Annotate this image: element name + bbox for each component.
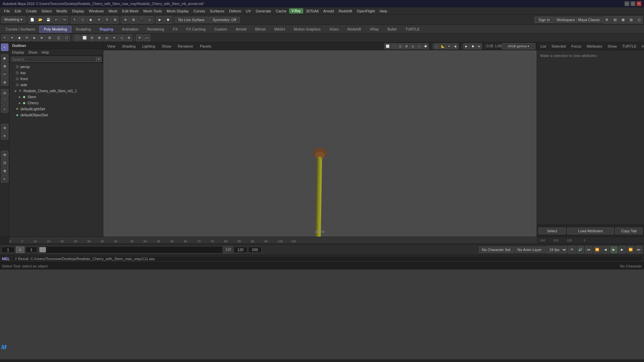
timeline-ruler[interactable]: 0 5 10 15 20 25 30 35 40 45 50 55 60 65 … (0, 237, 644, 244)
sign-in-btn[interactable]: Sign In (535, 17, 553, 23)
curve-snap-btn[interactable]: ⌒ (138, 16, 145, 23)
vp-display-btn3[interactable]: ◫ (397, 43, 403, 49)
paint-sel-tool[interactable]: ◈ (31, 35, 38, 41)
outliner-item-persp[interactable]: 🎥 persp (9, 64, 103, 70)
vp-panels-menu[interactable]: Panels (197, 44, 214, 49)
menu-edit[interactable]: Edit (13, 8, 23, 14)
smooth-btn[interactable]: ◎ (103, 35, 110, 41)
menu-deform[interactable]: Deform (227, 8, 243, 14)
vp-display-btn4[interactable]: ⊞ (404, 43, 410, 49)
magnet-btn[interactable]: ⊕ (122, 16, 129, 23)
playback-loop-btn[interactable]: ⟳ (568, 246, 576, 253)
lasso-tool[interactable]: ⟳ (23, 35, 30, 41)
tab-animation[interactable]: Animation (118, 26, 143, 33)
outliner-item-stem[interactable]: ▶ ◉ Stem (9, 94, 103, 100)
sculpt-btn[interactable]: ✿ (1, 62, 8, 70)
vp-cam-btn3[interactable]: ✛ (446, 43, 452, 49)
no-character-set-label[interactable]: No Character Set (479, 247, 514, 253)
tab-custom[interactable]: Custom (210, 26, 231, 33)
attr-list-tab[interactable]: List (538, 44, 548, 49)
arrow-tool[interactable]: ↖ (1, 35, 8, 41)
tab-bifrost[interactable]: Bifrost (251, 26, 270, 33)
paint-btn[interactable]: ◉ (1, 54, 8, 62)
attr-turtle-tab[interactable]: TURTLE (620, 44, 639, 49)
select-tool-btn[interactable]: ↖ (71, 16, 78, 23)
grid-snap-btn[interactable]: ⊞ (130, 16, 137, 23)
new-file-btn[interactable]: 📄 (29, 16, 36, 23)
tab-fx-caching[interactable]: FX Caching (182, 26, 210, 33)
menu-mesh-display[interactable]: Mesh Display (165, 8, 191, 14)
step-fwd-btn[interactable]: ▶ (619, 246, 626, 253)
outliner-item-side[interactable]: 🎥 side (9, 82, 103, 88)
go-end-btn[interactable]: ⏭ (635, 246, 643, 253)
menu-openflight[interactable]: OpenFlight (355, 8, 377, 14)
vp-cam-btn1[interactable]: 🎥 (433, 43, 439, 49)
vp-isolate-btn[interactable]: ◉ (452, 43, 459, 49)
minus-tool[interactable]: ◆ (16, 35, 23, 41)
render-btn[interactable]: ▶ (156, 16, 164, 23)
max-frame-input[interactable] (248, 247, 262, 253)
menu-cache[interactable]: Cache (274, 8, 288, 14)
menu-redshift[interactable]: Redshift (337, 8, 354, 14)
vp-renderer-menu[interactable]: Renderer (175, 44, 196, 49)
select-mode-btn[interactable]: ↖ (1, 44, 8, 51)
menu-mesh-tools[interactable]: Mesh Tools (141, 8, 164, 14)
tab-mash[interactable]: MASH (270, 26, 289, 33)
outliner-display-menu[interactable]: Display (11, 50, 25, 55)
tab-bullet[interactable]: Bullet (383, 26, 401, 33)
render2-btn[interactable]: ⊠ (1, 167, 8, 174)
vp-render-btn3[interactable]: ⏯ (476, 43, 482, 49)
attr-show-tab[interactable]: Show (605, 44, 619, 49)
bend-btn[interactable]: ⌒ (1, 97, 8, 105)
extrude-btn[interactable]: ⬛ (74, 35, 80, 41)
outliner-item-object-set[interactable]: ◈ defaultObjectSet (9, 112, 103, 118)
wedge-btn[interactable]: ◁ (118, 35, 125, 41)
save-file-btn[interactable]: 💾 (45, 16, 52, 23)
combine-btn[interactable]: ⊠ (96, 35, 103, 41)
vp-cam-btn2[interactable]: 📐 (440, 43, 446, 49)
menu-file[interactable]: File (2, 8, 12, 14)
menu-3dtoall[interactable]: 3DToAll (304, 8, 321, 14)
load-attributes-btn[interactable]: Load Attributes (567, 228, 614, 234)
menu-generate[interactable]: Generate (254, 8, 273, 14)
vp-render-btn1[interactable]: ▶ (463, 43, 469, 49)
outliner-search-input[interactable] (11, 57, 96, 62)
vp-lighting-menu[interactable]: Lighting (140, 44, 158, 49)
no-anim-layer-label[interactable]: No Anim Layer (515, 247, 545, 253)
poke-btn[interactable]: ✦ (111, 35, 117, 41)
layout-btn5[interactable]: ◫ (635, 16, 643, 23)
mode-dropdown[interactable]: Modeling ▾ (1, 16, 25, 23)
attr-focus-tab[interactable]: Focus (569, 44, 583, 49)
outliner-item-cherry[interactable]: ▶ ◉ Cherry (9, 100, 103, 106)
guide-btn[interactable]: ⊟ (1, 159, 8, 166)
tool5[interactable]: ⊕ (38, 35, 45, 41)
tool8[interactable]: ⬡ (63, 35, 70, 41)
outliner-show-menu[interactable]: Show (27, 50, 39, 55)
move-tool-btn[interactable]: ✛ (95, 16, 103, 23)
duplicate-btn[interactable]: ⊕ (125, 35, 132, 41)
tab-motion-graphics[interactable]: Motion Graphics (289, 26, 325, 33)
plus2-btn[interactable]: ✛ (136, 35, 143, 41)
camera-btn[interactable]: ⊕ (1, 124, 8, 131)
attr-selected-tab[interactable]: Selected (549, 44, 568, 49)
attr-select-btn[interactable]: Select (538, 228, 566, 234)
restore-button[interactable]: □ (631, 1, 635, 6)
attr-help-tab[interactable]: Help (640, 44, 644, 49)
range-start-input[interactable] (25, 247, 37, 253)
ipr-btn[interactable]: ⏺ (164, 16, 172, 23)
tab-xgen[interactable]: XGen (325, 26, 343, 33)
paint-tool-btn[interactable]: ◉ (87, 16, 95, 23)
playback-audio-btn[interactable]: 🔊 (577, 246, 584, 253)
lasso-tool-btn[interactable]: ⬡ (79, 16, 87, 23)
rotate-tool-btn[interactable]: ↻ (103, 16, 111, 23)
tab-turtle[interactable]: TURTLE (401, 26, 424, 33)
tab-curves-surfaces[interactable]: Curves / Surfaces (1, 26, 39, 33)
layout-btn2[interactable]: ▤ (611, 16, 619, 23)
menu-windows[interactable]: Windows (87, 8, 106, 14)
close-button[interactable]: ✕ (637, 1, 641, 6)
outliner-scrollbar[interactable] (0, 359, 644, 362)
tab-rendering[interactable]: Rendering (143, 26, 169, 33)
dash-btn[interactable]: — (144, 35, 150, 41)
bevel-btn[interactable]: ⬜ (81, 35, 88, 41)
range-end-input[interactable] (234, 247, 247, 253)
